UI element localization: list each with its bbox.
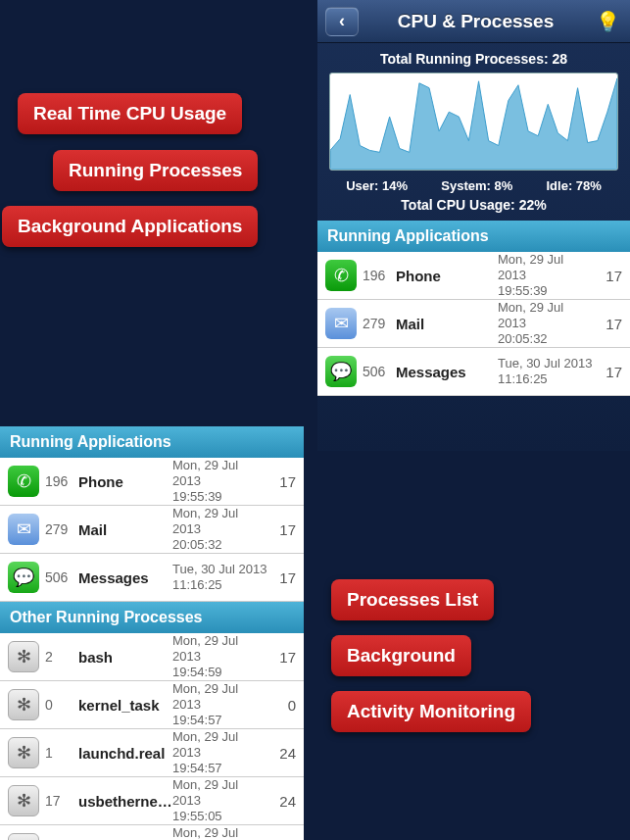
page-title: CPU & Processes <box>398 11 554 32</box>
callout-proc-list: Processes List <box>331 579 494 620</box>
proc-name: usbethernets... <box>78 793 172 810</box>
app-row-phone[interactable]: ✆ 196 Phone Mon, 29 Jul 201319:55:39 17 <box>0 458 304 506</box>
app-name: Messages <box>78 569 172 586</box>
app-pid: 506 <box>45 569 78 585</box>
process-list-panel: Running Applications ✆ 196 Phone Mon, 29… <box>0 426 304 840</box>
gear-icon: ✻ <box>8 737 39 768</box>
hint-icon[interactable]: 💡 <box>593 7 622 36</box>
process-row[interactable]: ✻ 18 syslogd Mon, 29 Jul 201319:55:05 24 <box>0 825 304 840</box>
running-apps-header: Running Applications <box>317 221 630 252</box>
proc-date: Mon, 29 Jul 201319:54:57 <box>172 681 268 729</box>
cpu-user: User: 14% <box>346 178 408 193</box>
proc-date: Mon, 29 Jul 201319:55:05 <box>172 825 268 840</box>
proc-pid: 0 <box>45 697 78 713</box>
proc-name: launchd.real <box>78 745 172 762</box>
app-name: Messages <box>396 364 498 380</box>
gear-icon: ✻ <box>8 689 39 720</box>
app-row-mail[interactable]: ✉ 279 Mail Mon, 29 Jul 201320:05:32 17 <box>0 506 304 554</box>
msg-icon: 💬 <box>8 562 39 593</box>
back-button[interactable]: ‹ <box>325 7 359 36</box>
app-pid: 506 <box>363 364 396 379</box>
proc-pid: 2 <box>45 649 78 665</box>
app-date: Mon, 29 Jul 201320:05:32 <box>172 506 268 554</box>
other-processes-header: Other Running Processes <box>0 602 304 633</box>
process-row[interactable]: ✻ 2 bash Mon, 29 Jul 201319:54:59 17 <box>0 633 304 681</box>
callout-background: Background Applications <box>2 206 258 247</box>
proc-date: Mon, 29 Jul 201319:54:57 <box>172 729 268 777</box>
app-name: Mail <box>78 521 172 538</box>
app-name: Mail <box>396 316 498 332</box>
total-processes-label: Total Running Processes: 28 <box>329 51 618 67</box>
proc-pid: 1 <box>45 745 78 761</box>
app-row-phone[interactable]: ✆ 196 Phone Mon, 29 Jul 201319:55:39 17 <box>317 252 630 300</box>
app-num: 17 <box>595 316 622 332</box>
app-date: Mon, 29 Jul 201319:55:39 <box>498 252 595 300</box>
app-name: Phone <box>78 473 172 490</box>
app-row-messages[interactable]: 💬 506 Messages Tue, 30 Jul 201311:16:25 … <box>0 554 304 602</box>
gear-icon: ✻ <box>8 785 39 816</box>
proc-name: kernel_task <box>78 697 172 714</box>
proc-pid: 17 <box>45 793 78 809</box>
cpu-stats: Total Running Processes: 28 User: 14% Sy… <box>317 43 630 221</box>
process-row[interactable]: ✻ 17 usbethernets... Mon, 29 Jul 201319:… <box>0 777 304 825</box>
callout-realtime-cpu: Real Time CPU Usage <box>18 93 242 134</box>
process-row[interactable]: ✻ 1 launchd.real Mon, 29 Jul 201319:54:5… <box>0 729 304 777</box>
gear-icon: ✻ <box>8 833 39 840</box>
cpu-phone-panel: ‹ CPU & Processes 💡 Total Running Proces… <box>317 0 630 451</box>
msg-icon: 💬 <box>325 356 357 387</box>
cpu-breakdown: User: 14% System: 8% Idle: 78% <box>329 178 618 193</box>
app-num: 17 <box>268 473 296 490</box>
app-num: 17 <box>595 268 622 284</box>
cpu-system: System: 8% <box>441 178 512 193</box>
proc-name: bash <box>78 649 172 666</box>
callout-activity: Activity Monitoring <box>331 691 531 732</box>
proc-date: Mon, 29 Jul 201319:54:59 <box>172 633 268 681</box>
callout-running-proc: Running Processes <box>53 150 258 191</box>
proc-date: Mon, 29 Jul 201319:55:05 <box>172 777 268 825</box>
app-pid: 196 <box>45 473 78 489</box>
app-num: 17 <box>268 521 296 538</box>
cpu-idle: Idle: 78% <box>546 178 601 193</box>
process-row[interactable]: ✻ 0 kernel_task Mon, 29 Jul 201319:54:57… <box>0 681 304 729</box>
app-date: Mon, 29 Jul 201319:55:39 <box>172 458 268 506</box>
mail-icon: ✉ <box>8 514 39 545</box>
running-apps-header-2: Running Applications <box>0 426 304 458</box>
callout-bg2: Background <box>331 635 471 676</box>
app-row-messages[interactable]: 💬 506 Messages Tue, 30 Jul 201311:16:25 … <box>317 348 630 396</box>
phone-icon: ✆ <box>325 260 357 291</box>
app-date: Tue, 30 Jul 201311:16:25 <box>498 356 595 388</box>
proc-num: 17 <box>268 649 296 666</box>
app-name: Phone <box>396 268 498 284</box>
app-row-mail[interactable]: ✉ 279 Mail Mon, 29 Jul 201320:05:32 17 <box>317 300 630 348</box>
app-num: 17 <box>595 364 622 380</box>
gear-icon: ✻ <box>8 641 39 672</box>
app-num: 17 <box>268 569 296 586</box>
app-pid: 279 <box>363 316 396 331</box>
phone-icon: ✆ <box>8 466 39 497</box>
app-pid: 279 <box>45 521 78 537</box>
mail-icon: ✉ <box>325 308 357 339</box>
app-date: Tue, 30 Jul 201311:16:25 <box>172 562 268 594</box>
total-cpu-label: Total CPU Usage: 22% <box>329 197 618 213</box>
proc-num: 24 <box>268 793 296 810</box>
navbar: ‹ CPU & Processes 💡 <box>317 0 630 43</box>
app-date: Mon, 29 Jul 201320:05:32 <box>498 300 595 348</box>
proc-num: 24 <box>268 745 296 762</box>
cpu-chart <box>329 73 618 171</box>
proc-num: 0 <box>268 697 296 714</box>
app-pid: 196 <box>363 268 396 283</box>
